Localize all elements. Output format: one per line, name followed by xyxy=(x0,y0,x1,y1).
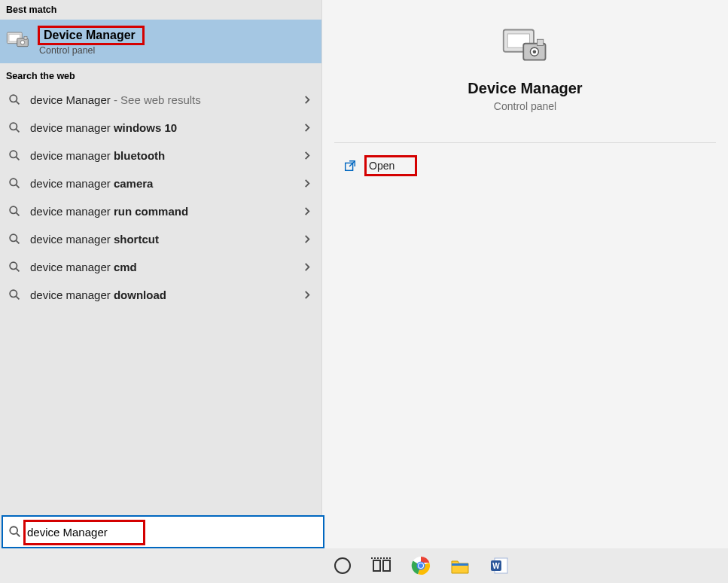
svg-point-9 xyxy=(10,151,17,157)
preview-title: Device Manager xyxy=(468,80,582,97)
search-icon xyxy=(8,261,21,273)
svg-point-5 xyxy=(10,95,17,102)
svg-point-28 xyxy=(10,527,17,534)
web-suggestion[interactable]: device manager run command xyxy=(0,197,321,225)
web-suggestion[interactable]: device manager cmd xyxy=(0,253,321,281)
best-match-subtitle: Control panel xyxy=(39,45,143,56)
device-manager-icon xyxy=(6,29,30,53)
web-suggestion-label: device manager cmd xyxy=(30,261,294,273)
svg-rect-4 xyxy=(24,36,27,39)
svg-point-3 xyxy=(20,41,24,44)
svg-line-18 xyxy=(16,269,19,272)
svg-point-17 xyxy=(10,262,17,269)
web-suggestion-label: device manager bluetooth xyxy=(30,149,294,162)
search-icon xyxy=(8,177,21,190)
web-suggestion-label: device manager shortcut xyxy=(30,233,294,246)
search-bar[interactable] xyxy=(2,515,324,548)
svg-line-16 xyxy=(16,241,19,244)
web-suggestions-list: device Manager - See web resultsdevice m… xyxy=(0,86,321,309)
svg-point-11 xyxy=(10,179,17,185)
chevron-right-icon xyxy=(303,207,314,215)
preview-subtitle: Control panel xyxy=(494,100,556,112)
web-suggestion[interactable]: device manager windows 10 xyxy=(0,114,321,142)
search-icon xyxy=(8,149,21,162)
search-icon xyxy=(8,525,23,539)
svg-point-13 xyxy=(10,206,17,213)
svg-line-29 xyxy=(17,533,20,536)
svg-point-25 xyxy=(532,50,536,53)
web-suggestion-label: device manager run command xyxy=(30,205,294,218)
svg-text:W: W xyxy=(492,562,500,570)
chevron-right-icon xyxy=(303,124,314,132)
search-icon xyxy=(8,288,21,301)
web-suggestion[interactable]: device manager download xyxy=(0,281,321,309)
svg-point-37 xyxy=(419,563,423,568)
search-icon xyxy=(8,93,21,106)
svg-line-12 xyxy=(16,185,19,188)
preview-pane: Device Manager Control panel Open xyxy=(321,0,728,583)
web-suggestion[interactable]: device manager camera xyxy=(0,169,321,197)
chevron-right-icon xyxy=(303,235,314,243)
search-results-pane: Best match Device Manager Control panel xyxy=(0,0,321,583)
chevron-right-icon xyxy=(303,263,314,271)
web-suggestion[interactable]: device Manager - See web results xyxy=(0,86,321,114)
chevron-right-icon xyxy=(303,151,314,160)
svg-rect-26 xyxy=(537,39,543,45)
taskbar: W xyxy=(0,548,728,583)
svg-rect-31 xyxy=(373,560,380,571)
highlight-overlay xyxy=(26,522,143,543)
best-match-item[interactable]: Device Manager Control panel xyxy=(0,20,321,63)
svg-line-14 xyxy=(16,213,19,216)
action-open-label: Open xyxy=(366,157,416,175)
open-icon xyxy=(343,159,357,172)
chevron-right-icon xyxy=(303,291,314,299)
search-web-header: Search the web xyxy=(0,63,321,86)
search-icon xyxy=(8,233,21,246)
svg-line-10 xyxy=(16,157,19,160)
best-match-title: Device Manager xyxy=(39,27,143,44)
chevron-right-icon xyxy=(303,179,314,188)
svg-point-19 xyxy=(10,290,17,297)
search-icon xyxy=(8,121,21,134)
cortana-icon[interactable] xyxy=(332,555,353,576)
file-explorer-icon[interactable] xyxy=(449,555,471,576)
word-icon[interactable]: W xyxy=(489,555,510,576)
svg-point-30 xyxy=(335,558,350,573)
svg-line-8 xyxy=(16,130,19,133)
chevron-right-icon xyxy=(303,96,314,104)
web-suggestion-label: device Manager - See web results xyxy=(30,93,294,106)
web-suggestion-label: device manager camera xyxy=(30,177,294,190)
web-suggestion-label: device manager download xyxy=(30,288,294,301)
web-suggestion-label: device manager windows 10 xyxy=(30,121,294,134)
svg-point-15 xyxy=(10,234,17,241)
svg-rect-38 xyxy=(452,563,468,566)
svg-point-7 xyxy=(10,123,17,130)
search-icon xyxy=(8,205,21,218)
task-view-icon[interactable] xyxy=(371,555,392,576)
best-match-header: Best match xyxy=(0,0,321,20)
chrome-icon[interactable] xyxy=(410,555,431,576)
action-open[interactable]: Open xyxy=(322,143,728,175)
svg-line-6 xyxy=(16,102,19,105)
web-suggestion[interactable]: device manager bluetooth xyxy=(0,142,321,169)
svg-rect-32 xyxy=(383,560,390,571)
web-suggestion[interactable]: device manager shortcut xyxy=(0,225,321,253)
device-manager-icon xyxy=(501,26,550,66)
svg-line-20 xyxy=(16,297,19,300)
